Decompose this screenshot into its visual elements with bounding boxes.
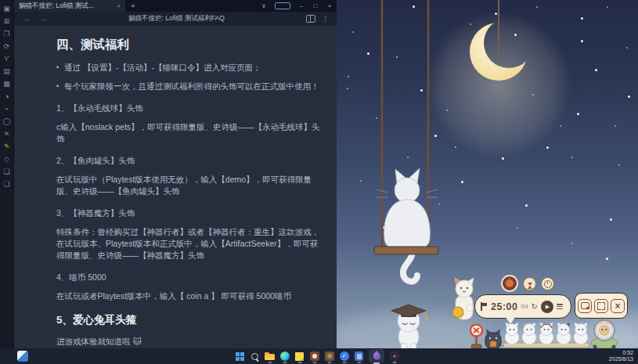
mini-window-button[interactable]: [578, 299, 592, 313]
layout-icon[interactable]: ▤: [1, 65, 13, 77]
record-icon: [390, 351, 399, 361]
session-counter: 0/4: [521, 304, 528, 309]
panel-icon[interactable]: ❐: [1, 27, 13, 40]
recorder-app-button[interactable]: [389, 350, 399, 362]
tab-title: 躺猫不摆烂: Lofi猫 测试...: [19, 2, 114, 11]
play-button[interactable]: ▶: [541, 301, 553, 313]
edge-browser-button[interactable]: [279, 350, 290, 362]
more-options-icon[interactable]: ⋮: [322, 15, 329, 23]
doc-item-title: 4、喵币 5000: [56, 272, 323, 283]
reading-mode-icon[interactable]: [306, 15, 315, 23]
graph-icon[interactable]: ϒ: [1, 52, 13, 65]
folder-icon: [265, 352, 275, 360]
widget-control-panel: ×: [575, 293, 628, 319]
doc-bullet: 每个玩家限领一次，且通过测试福利所得的头饰可以在正式版中使用！: [56, 81, 323, 92]
app-sidebar-rail: ▣ ⊞ ❐ ⟳ ϒ ▤ ▦ ◑ ⌁ ◯ ✕ ✎ ◇ ❑ ❏: [0, 0, 14, 348]
plugin-icon[interactable]: ⌁: [1, 103, 13, 115]
photo-app-icon: [325, 351, 334, 361]
windows-logo-icon: [236, 352, 244, 361]
workspace-icon[interactable]: ⊞: [1, 15, 13, 27]
back-icon[interactable]: ←: [23, 15, 31, 23]
minimize-button[interactable]: –: [294, 0, 308, 12]
diamond-icon[interactable]: ◇: [1, 153, 13, 165]
doc-item-title: 1、【永动毛线球】头饰: [56, 103, 323, 114]
taskbar-pinned-app-icon[interactable]: [17, 351, 28, 362]
tab-bar: 躺猫不摆烂: Lofi猫 测试... × + ∨ – □ ×: [14, 0, 337, 12]
theme-icon[interactable]: ◑: [1, 90, 13, 103]
doc-item-title: 3、【神器魔方】头饰: [56, 207, 323, 219]
sync-icon[interactable]: ⟳: [1, 40, 13, 52]
doc-outro: 进游戏体验就知道啦 🐱: [56, 336, 323, 348]
clock-time: 0:52: [609, 350, 633, 356]
clear-icon[interactable]: ✕: [1, 128, 13, 140]
flag-icon[interactable]: [481, 302, 488, 311]
windows-taskbar: ✓ 0:52 2025/8/13: [0, 348, 638, 364]
photo-app-button[interactable]: [324, 350, 334, 362]
document-toolbar: ← → 躺猫不摆烂: Lofi猫 测试福利FAQ ⋮: [14, 12, 337, 27]
note-app-window: ▣ ⊞ ❐ ⟳ ϒ ▤ ▦ ◑ ⌁ ◯ ✕ ✎ ◇ ❑ ❏ 躺猫不摆烂: Lof…: [0, 0, 337, 348]
system-clock[interactable]: 0:52 2025/8/13: [609, 350, 633, 362]
tabbar-spacer: [140, 0, 257, 12]
start-button[interactable]: [235, 350, 245, 362]
maximize-button[interactable]: □: [308, 0, 323, 12]
flame-icon: [371, 351, 381, 361]
circle-icon[interactable]: ◯: [1, 115, 13, 128]
pet-cats-bench-row[interactable]: [502, 323, 591, 349]
lucky-cat-mascot[interactable]: [449, 278, 480, 323]
pomodoro-timer-bar[interactable]: 25:00 0/4 ↻ ▶: [474, 294, 571, 319]
stars-layer-dim: [337, 0, 338, 2]
sticky-notes-button[interactable]: [294, 350, 305, 362]
tab-faq[interactable]: 躺猫不摆烂: Lofi猫 测试... ×: [14, 0, 126, 12]
playlist-menu-icon[interactable]: [557, 303, 563, 310]
doc-item-body: 在试玩版中（Playtest版本使用无效），输入【demo】，即可获得限量版、史…: [56, 174, 323, 197]
window-controls: ∨ – □ ×: [257, 0, 337, 12]
doc-heading: 四、测试福利: [56, 37, 323, 52]
tab-overflow-chevron-icon[interactable]: ∨: [257, 0, 271, 12]
close-button[interactable]: ×: [323, 0, 337, 12]
document-content: 四、测试福利 通过 【设置】-【活动】-【猫咪口令】进入对应页面； 每个玩家限领…: [14, 26, 337, 348]
close-icon: ×: [615, 301, 620, 311]
picture-in-picture-icon: [581, 302, 589, 309]
app-logo-icon[interactable]: ▣: [1, 2, 13, 15]
active-app-button[interactable]: [369, 349, 384, 363]
swing-with-cat: [356, 0, 450, 297]
hourglass-tab-button[interactable]: [523, 277, 536, 290]
pet-black-cat[interactable]: [482, 326, 504, 350]
pomodoro-tab-button[interactable]: [501, 275, 518, 292]
device-icon: [355, 351, 363, 361]
cat-app-icon: [310, 351, 319, 361]
reset-loop-icon[interactable]: ↻: [532, 302, 538, 311]
lofi-app-button[interactable]: [309, 350, 319, 362]
comment-icon[interactable]: ❏: [1, 178, 13, 190]
doc-item-body: 特殊条件：曾经购买过【神器行者】或者【神器行者：重生】这款游戏，在试玩版本、Pl…: [56, 226, 323, 261]
todo-app-button[interactable]: ✓: [339, 350, 349, 362]
pin-window-icon[interactable]: [275, 2, 290, 9]
check-icon: ✓: [340, 351, 349, 361]
doc-item-title: 2、【鱼肉罐头】头饰: [56, 155, 323, 167]
expand-button[interactable]: [594, 299, 608, 313]
timer-display: 25:00: [491, 301, 517, 312]
grid-icon[interactable]: ▦: [1, 77, 13, 90]
widget-close-button[interactable]: ×: [611, 299, 625, 313]
doc-bullet: 通过 【设置】-【活动】-【猫咪口令】进入对应页面；: [56, 62, 323, 74]
file-explorer-button[interactable]: [265, 350, 275, 362]
pet-cat-vehicle[interactable]: [589, 316, 620, 349]
pet-cat-graduation-cap[interactable]: [387, 301, 431, 348]
taskbar-center-icons: ✓: [235, 348, 399, 364]
new-tab-button[interactable]: +: [126, 0, 140, 12]
doc-item-body: 在试玩或者Playtest版本中，输入【 coin a 】 即可获得 5000喵…: [56, 290, 323, 302]
desktop: ▣ ⊞ ❐ ⟳ ϒ ▤ ▦ ◑ ⌁ ◯ ✕ ✎ ◇ ❑ ❏ 躺猫不摆烂: Lof…: [0, 0, 638, 364]
alarm-clock-icon: [544, 280, 552, 288]
tomato-icon: [506, 279, 514, 287]
alarm-tab-button[interactable]: [541, 277, 554, 290]
doc-subheading: 5、爱心兔耳头箍: [56, 313, 323, 327]
search-button[interactable]: [250, 350, 260, 362]
expand-icon: [597, 302, 605, 310]
card-icon[interactable]: ❑: [1, 165, 13, 178]
tab-close-icon[interactable]: ×: [117, 2, 121, 9]
device-app-button[interactable]: [354, 350, 364, 362]
edit-pencil-icon[interactable]: ✎: [1, 140, 13, 153]
clock-date: 2025/8/13: [609, 356, 633, 362]
forward-icon[interactable]: →: [40, 15, 47, 23]
doc-item-body: c输入【noslack pets】，即可获得限量版、史诗级——【永动毛线球】头饰: [56, 121, 323, 145]
